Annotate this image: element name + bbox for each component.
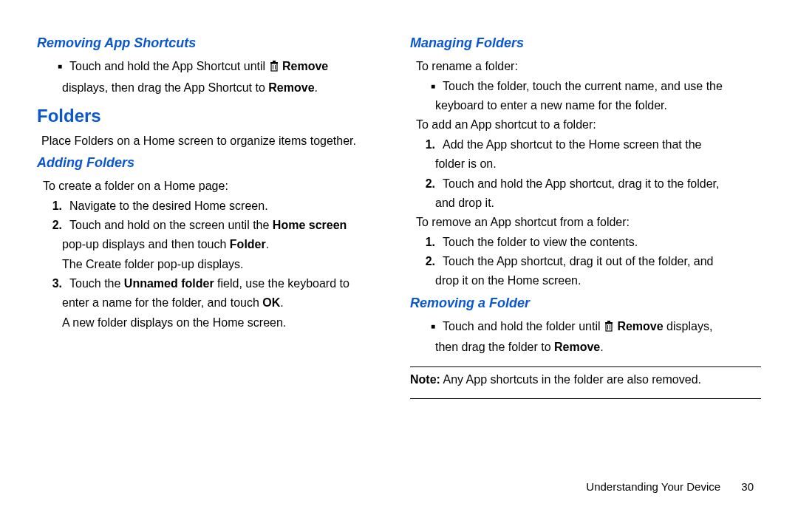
list-number: 1.	[37, 198, 69, 214]
folders-intro: Place Folders on a Home screen to organi…	[41, 133, 388, 149]
svg-rect-7	[606, 324, 612, 331]
square-bullet-icon: ■	[410, 321, 443, 332]
footer-section: Understanding Your Device	[586, 480, 720, 493]
text: Touch and hold on the screen until the	[69, 219, 273, 231]
step-text: Touch and hold on the screen until the H…	[69, 217, 347, 233]
heading-managing-folders: Managing Folders	[410, 34, 761, 52]
bold-text: Remove	[617, 320, 663, 332]
note-label: Note:	[410, 373, 440, 386]
page-number: 30	[741, 480, 754, 493]
right-column: Managing Folders To rename a folder: ■ T…	[410, 30, 761, 480]
heading-adding-folders: Adding Folders	[37, 154, 388, 172]
text: Any App shortcuts in the folder are also…	[440, 373, 701, 386]
text: Touch and hold the App Shortcut until	[69, 60, 269, 72]
bullet-continuation: displays, then drag the App Shortcut to …	[62, 80, 388, 96]
bold-text: Folder	[230, 238, 266, 250]
trash-icon	[269, 60, 279, 76]
bold-text: Remove	[268, 81, 314, 94]
lead-text: To create a folder on a Home page:	[43, 178, 388, 194]
step-continuation: and drop it.	[435, 195, 761, 211]
svg-rect-6	[607, 321, 610, 322]
heading-folders: Folders	[37, 103, 388, 129]
step-continuation: folder is on.	[435, 156, 761, 172]
bullet-text: Touch the folder, touch the current name…	[443, 78, 723, 95]
page-content: Removing App Shortcuts ■ Touch and hold …	[0, 0, 798, 480]
bullet-item: ■ Touch and hold the App Shortcut until …	[37, 58, 388, 76]
bullet-text: Touch and hold the folder until Remove d…	[443, 318, 712, 336]
step-sub: The Create folder pop-up displays.	[62, 256, 388, 273]
text: enter a name for the folder, and touch	[62, 296, 262, 309]
divider	[410, 366, 761, 367]
square-bullet-icon: ■	[410, 81, 443, 92]
lead-text: To add an App shortcut to a folder:	[416, 117, 761, 133]
note-text: Note: Any App shortcuts in the folder ar…	[410, 372, 761, 388]
step-text: Add the App shortcut to the Home screen …	[443, 137, 701, 153]
list-item: 1. Add the App shortcut to the Home scre…	[410, 137, 761, 153]
bullet-item: ■ Touch the folder, touch the current na…	[410, 78, 761, 95]
bold-text: Remove	[282, 60, 328, 72]
page-footer: Understanding Your Device 30	[0, 480, 798, 493]
svg-rect-1	[273, 61, 276, 62]
bold-text: Home screen	[273, 219, 347, 231]
text: .	[280, 296, 283, 309]
step-text: Touch the Unnamed folder field, use the …	[69, 276, 349, 292]
bold-text: OK	[262, 296, 280, 309]
bold-text: Unnamed folder	[124, 277, 214, 290]
text: .	[600, 341, 603, 353]
step-text: Touch the App shortcut, drag it out of t…	[443, 253, 713, 270]
bullet-item: ■ Touch and hold the folder until Remove…	[410, 318, 761, 336]
bullet-continuation: then drag the folder to Remove.	[435, 339, 761, 355]
bullet-text: Touch and hold the App Shortcut until Re…	[69, 58, 328, 76]
list-number: 2.	[410, 176, 443, 192]
text: displays, then drag the App Shortcut to	[62, 81, 268, 94]
trash-icon	[604, 320, 614, 336]
step-sub: A new folder displays on the Home screen…	[62, 315, 388, 331]
step-continuation: enter a name for the folder, and touch O…	[62, 295, 388, 311]
list-item: 2. Touch and hold on the screen until th…	[37, 217, 388, 233]
square-bullet-icon: ■	[37, 61, 69, 72]
list-item: 1. Navigate to the desired Home screen.	[37, 198, 388, 214]
text: displays,	[664, 320, 713, 332]
left-column: Removing App Shortcuts ■ Touch and hold …	[37, 30, 388, 480]
list-number: 3.	[37, 276, 69, 292]
bold-text: Remove	[554, 341, 600, 353]
list-item: 1. Touch the folder to view the contents…	[410, 234, 761, 250]
list-number: 2.	[410, 253, 443, 270]
step-text: Navigate to the desired Home screen.	[69, 198, 268, 214]
list-number: 1.	[410, 137, 443, 153]
text: .	[315, 81, 318, 94]
step-text: Touch and hold the App shortcut, drag it…	[443, 176, 719, 192]
svg-rect-2	[271, 64, 277, 71]
list-item: 2. Touch the App shortcut, drag it out o…	[410, 253, 761, 270]
text: Touch the	[69, 277, 124, 290]
divider	[410, 398, 761, 399]
heading-removing-folder: Removing a Folder	[410, 294, 761, 313]
lead-text: To remove an App shortcut from a folder:	[416, 214, 761, 231]
step-text: Touch the folder to view the contents.	[443, 234, 638, 250]
text: then drag the folder to	[435, 341, 554, 353]
list-number: 1.	[410, 234, 443, 250]
lead-text: To rename a folder:	[416, 58, 761, 75]
list-item: 3. Touch the Unnamed folder field, use t…	[37, 276, 388, 292]
list-item: 2. Touch and hold the App shortcut, drag…	[410, 176, 761, 192]
step-continuation: drop it on the Home screen.	[435, 273, 761, 289]
text: .	[266, 238, 269, 250]
step-continuation: pop-up displays and then touch Folder.	[62, 236, 388, 253]
bullet-continuation: keyboard to enter a new name for the fol…	[435, 98, 761, 114]
text: pop-up displays and then touch	[62, 238, 230, 250]
heading-removing-app-shortcuts: Removing App Shortcuts	[37, 34, 388, 52]
text: field, use the keyboard to	[214, 277, 349, 290]
text: Touch and hold the folder until	[443, 320, 604, 332]
list-number: 2.	[37, 217, 69, 233]
